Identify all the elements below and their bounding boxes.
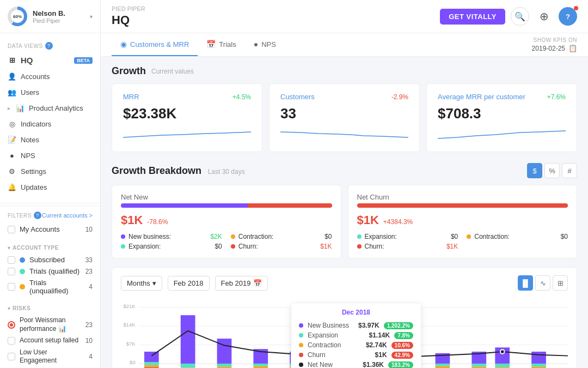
risk-item-engagement[interactable]: Low User Engagement 4 <box>8 347 93 367</box>
tab-customers-label: Customers & MRR <box>130 40 189 49</box>
tooltip-contraction-badge: 10.6% <box>391 342 413 349</box>
tooltip-net-new-badge: 183.2% <box>388 361 413 369</box>
expansion-legend-label: Expansion: <box>128 243 161 250</box>
tooltip-new-business-dot <box>299 323 303 328</box>
period-dropdown[interactable]: Months ▾ <box>121 276 162 291</box>
toggle-hash-btn[interactable]: # <box>562 163 577 178</box>
net-churn-legend: Expansion: $0 Contraction: $0 Churn: $1K <box>357 233 568 250</box>
sidebar-item-nps[interactable]: ● NPS <box>0 148 100 164</box>
tooltip-row-net-new: Net New $1.36K 183.2% <box>299 360 413 368</box>
line-chart-btn[interactable]: ∿ <box>535 275 550 291</box>
risk-item-setup[interactable]: Account setup failed 10 <box>8 335 93 347</box>
sidebar-item-label: NPS <box>21 152 35 160</box>
expansion-legend-val: $0 <box>215 243 222 250</box>
sidebar-item-label: Updates <box>21 183 47 191</box>
svg-rect-23 <box>253 364 268 366</box>
sidebar-item-indicators[interactable]: ◎ Indicators <box>0 116 100 132</box>
trials-q-checkbox[interactable] <box>8 268 15 275</box>
sidebar-item-product-analytics[interactable]: ▸ 📊 Product Analytics <box>0 100 100 116</box>
add-button[interactable]: ⊕ <box>535 7 553 26</box>
nps-tab-icon: ● <box>254 40 258 49</box>
breadcrumb: PIED PIPER <box>112 5 145 12</box>
subscribed-count: 33 <box>85 256 93 264</box>
date-from-picker[interactable]: Feb 2018 <box>168 276 210 291</box>
data-views-help-badge[interactable]: ? <box>45 42 53 50</box>
risk-setup-count: 10 <box>85 337 93 345</box>
toggle-percent-btn[interactable]: % <box>544 163 560 178</box>
net-new-legend: New business: $2K Contraction: $0 Expans… <box>121 233 332 250</box>
svg-rect-47 <box>471 364 486 367</box>
kpi-card-avg-mrr: Average MRR per customer +7.6% $708.3 <box>426 83 577 152</box>
date-to-picker[interactable]: Feb 2019 📅 <box>215 276 268 291</box>
subscribed-label: Subscribed <box>29 256 65 264</box>
tab-customers-mrr[interactable]: ◉ Customers & MRR <box>112 33 198 56</box>
my-accounts-label: My Accounts <box>20 225 60 233</box>
show-kpis-section: SHOW KPIS ON 2019-02-25 📋 <box>532 37 577 52</box>
kpi-card-customers: Customers -2.9% 33 <box>269 83 420 152</box>
chart-controls: Months ▾ Feb 2018 Feb 2019 📅 ▐▌ ∿ ⊞ <box>121 275 568 291</box>
my-accounts-checkbox[interactable] <box>8 226 15 233</box>
tooltip-expansion-label: Expansion <box>308 331 365 339</box>
tab-nps[interactable]: ● NPS <box>245 33 285 56</box>
sidebar-user-info: Nelson B. Pied Piper <box>33 9 84 24</box>
sidebar-item-settings[interactable]: ⚙ Settings <box>0 164 100 179</box>
bar-chart-btn[interactable]: ▐▌ <box>518 275 533 291</box>
tooltip-expansion-dot <box>299 333 303 337</box>
svg-rect-18 <box>217 339 232 364</box>
toggle-dollar-btn[interactable]: $ <box>527 163 542 178</box>
sidebar-header[interactable]: 60% Nelson B. Pied Piper ▾ <box>0 0 100 33</box>
trials-q-count: 23 <box>85 268 93 275</box>
risk-engagement-checkbox[interactable] <box>8 353 15 360</box>
search-button[interactable]: 🔍 <box>511 7 529 26</box>
trials-uq-label: Trials (unqualified) <box>29 279 84 295</box>
sidebar-item-hq[interactable]: ⊞ HQ BETA <box>0 52 100 69</box>
risk-radio-weissman[interactable] <box>8 321 15 329</box>
contraction-legend-label: Contraction: <box>238 233 274 240</box>
svg-text:$0: $0 <box>130 359 136 365</box>
current-accounts-link[interactable]: Current accounts > <box>42 212 93 219</box>
risk-item-weissman[interactable]: Poor Weissman performance 📊 23 <box>8 315 93 335</box>
chart-type-buttons: ▐▌ ∿ ⊞ <box>518 275 568 291</box>
filters-help-badge[interactable]: ? <box>34 212 41 219</box>
period-label: Months <box>127 279 150 287</box>
svg-rect-43 <box>436 364 450 366</box>
sidebar-item-notes[interactable]: 📝 Notes <box>0 132 100 148</box>
kpi-card-mrr: MRR +4.5% $23.38K <box>112 83 262 152</box>
sidebar-item-accounts[interactable]: 👤 Accounts <box>0 69 100 85</box>
risk-engagement-label: Low User Engagement <box>20 348 84 365</box>
kpi-mrr-change: +4.5% <box>232 93 251 101</box>
trials-uq-checkbox[interactable] <box>8 283 15 291</box>
sidebar-item-users[interactable]: 👥 Users <box>0 85 100 100</box>
tooltip-churn-label: Churn <box>308 351 371 359</box>
tabs: ◉ Customers & MRR 📅 Trials ● NPS <box>112 33 285 56</box>
settings-icon: ⚙ <box>8 167 16 176</box>
risk-setup-checkbox[interactable] <box>8 337 15 345</box>
breakdown-card-net-new: Net New $1K -78.6% New business: $2K <box>112 185 341 258</box>
kpi-mrr-value: $23.38K <box>123 105 251 122</box>
tooltip-row-expansion: Expansion $1.14K 7.8% <box>299 330 413 340</box>
product-analytics-icon: 📊 <box>16 104 24 112</box>
account-type-trials-qualified[interactable]: Trials (qualified) 23 <box>8 266 93 277</box>
account-type-subscribed[interactable]: Subscribed 33 <box>8 254 93 266</box>
collapse-icon[interactable]: ▾ <box>8 245 10 251</box>
tab-trials-label: Trials <box>219 40 236 49</box>
subscribed-checkbox[interactable] <box>8 256 15 264</box>
risks-collapse-icon[interactable]: ▾ <box>8 305 10 311</box>
chart-section: Months ▾ Feb 2018 Feb 2019 📅 ▐▌ ∿ ⊞ <box>112 267 577 368</box>
risk-setup-label: Account setup failed <box>20 336 81 345</box>
help-button[interactable]: ? <box>559 7 577 26</box>
tab-trials[interactable]: 📅 Trials <box>198 33 244 56</box>
my-accounts-filter[interactable]: My Accounts 10 <box>8 224 93 235</box>
show-kpis-date: 2019-02-25 <box>532 45 565 52</box>
kpi-customers-value: 33 <box>280 105 408 122</box>
sidebar-item-updates[interactable]: 🔔 Updates <box>0 179 100 195</box>
svg-text:$14K: $14K <box>123 322 136 328</box>
account-type-trials-unqualified[interactable]: Trials (unqualified) 4 <box>8 277 93 297</box>
net-churn-label: Net Churn <box>357 193 568 201</box>
get-vitally-button[interactable]: GET VITALLY <box>440 9 505 25</box>
tooltip-contraction-dot <box>299 343 303 347</box>
current-values-label: Current values <box>151 68 194 75</box>
calendar-icon[interactable]: 📋 <box>568 44 577 52</box>
grid-chart-btn[interactable]: ⊞ <box>553 275 568 291</box>
expansion-dot <box>121 244 125 249</box>
